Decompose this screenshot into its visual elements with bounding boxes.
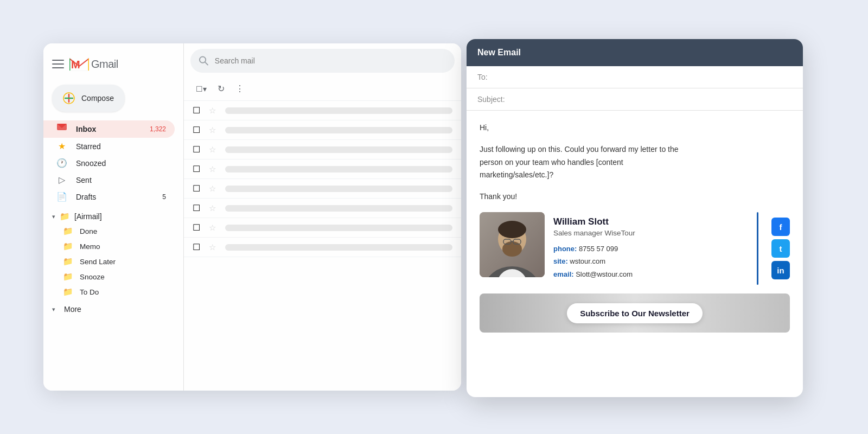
compose-title: New Email	[477, 48, 521, 58]
drafts-label: Drafts	[76, 193, 96, 201]
subfolder-done-icon: 📁	[63, 226, 73, 236]
sig-divider	[757, 212, 758, 285]
svg-point-16	[498, 221, 526, 238]
subfolder-todo[interactable]: 📁 To Do	[43, 284, 175, 299]
to-input[interactable]	[495, 73, 792, 81]
subfolder-snooze[interactable]: 📁 Snooze	[43, 269, 175, 284]
email-label: email:	[553, 270, 574, 278]
sig-name: William Slott	[553, 216, 744, 227]
linkedin-button[interactable]: in	[771, 261, 790, 279]
star-icon[interactable]: ☆	[209, 184, 219, 194]
sidebar-item-drafts[interactable]: 📄 Drafts 5	[43, 188, 175, 205]
gmail-text-label: Gmail	[91, 58, 118, 71]
folder-icon: 📁	[60, 212, 70, 221]
inbox-badge: 1,322	[150, 125, 166, 133]
subfolder-sendlater[interactable]: 📁 Send Later	[43, 254, 175, 269]
chevron-down-icon: ▾	[52, 213, 55, 220]
star-icon[interactable]: ☆	[209, 145, 219, 155]
checkbox-icon[interactable]: ☐	[193, 164, 202, 174]
email-content-bar	[225, 107, 452, 114]
newsletter-banner: Subscribe to Our Newsletter	[480, 293, 790, 333]
checkbox-icon[interactable]: ☐	[193, 242, 202, 252]
newsletter-subscribe-button[interactable]: Subscribe to Our Newsletter	[567, 303, 703, 323]
email-content-bar	[225, 127, 452, 133]
subject-input[interactable]	[509, 95, 792, 104]
table-row[interactable]: ☐ ☆	[184, 238, 461, 257]
airmail-folder-header[interactable]: ▾ 📁 [Airmail]	[43, 208, 183, 224]
star-icon[interactable]: ☆	[209, 203, 219, 213]
checkbox-icon[interactable]: ☐	[193, 183, 202, 194]
search-input[interactable]	[215, 56, 446, 65]
sidebar-item-snoozed[interactable]: 🕐 Snoozed	[43, 155, 175, 171]
star-icon[interactable]: ☆	[209, 125, 219, 135]
more-label: More	[64, 305, 81, 314]
subject-label: Subject:	[477, 95, 505, 104]
to-label: To:	[477, 73, 490, 81]
gmail-sidebar: M Gmail Compose	[43, 43, 183, 391]
facebook-icon: f	[780, 222, 782, 232]
table-row[interactable]: ☐ ☆	[184, 218, 461, 238]
checkbox-icon[interactable]: ☐	[193, 222, 202, 233]
compose-body[interactable]: Hi, Just following up on this. Could you…	[467, 111, 803, 397]
compose-subject-field[interactable]: Subject:	[467, 88, 803, 111]
site-label: site:	[553, 257, 568, 265]
compose-to-field[interactable]: To:	[467, 66, 803, 88]
table-row[interactable]: ☐ ☆	[184, 120, 461, 140]
sidebar-item-inbox[interactable]: Inbox 1,322	[43, 120, 175, 138]
sent-label: Sent	[76, 176, 92, 184]
gmail-main: ☐▾ ↻ ⋮ ☐ ☆ ☐ ☆ ☐ ☆ ☐ ☆	[183, 43, 461, 391]
compose-plus-icon	[63, 92, 75, 104]
star-icon: ★	[56, 141, 67, 151]
more-actions-button[interactable]: ⋮	[232, 80, 247, 97]
table-row[interactable]: ☐ ☆	[184, 159, 461, 179]
subfolder-memo-label: Memo	[80, 242, 100, 251]
subfolder-memo[interactable]: 📁 Memo	[43, 239, 175, 254]
select-all-button[interactable]: ☐▾	[193, 81, 210, 97]
twitter-button[interactable]: t	[771, 239, 790, 258]
checkbox-icon[interactable]: ☐	[193, 144, 202, 155]
table-row[interactable]: ☐ ☆	[184, 199, 461, 218]
subfolder-done[interactable]: 📁 Done	[43, 224, 175, 239]
compose-button[interactable]: Compose	[52, 85, 125, 112]
checkbox-icon[interactable]: ☐	[193, 105, 202, 116]
send-icon: ▷	[56, 175, 67, 185]
checkbox-icon[interactable]: ☐	[193, 203, 202, 213]
gmail-m-icon: M	[69, 56, 89, 72]
svg-line-10	[205, 62, 208, 65]
sidebar-item-more[interactable]: ▾ More	[43, 302, 175, 317]
table-row[interactable]: ☐ ☆	[184, 140, 461, 159]
action-bar: ☐▾ ↻ ⋮	[184, 77, 461, 101]
gmail-logo: M Gmail	[69, 56, 118, 72]
airmail-label: [Airmail]	[74, 212, 102, 221]
star-icon[interactable]: ☆	[209, 242, 219, 252]
inbox-label: Inbox	[76, 125, 96, 133]
refresh-button[interactable]: ↻	[214, 80, 228, 97]
email-signature: William Slott Sales manager WiseTour pho…	[480, 212, 790, 285]
phone-value: 8755 57 099	[579, 245, 618, 253]
table-row[interactable]: ☐ ☆	[184, 179, 461, 199]
checkbox-icon[interactable]: ☐	[193, 125, 202, 135]
subfolder-done-label: Done	[80, 227, 97, 235]
search-bar[interactable]	[190, 49, 455, 73]
sidebar-item-sent[interactable]: ▷ Sent	[43, 171, 175, 188]
email-content-bar	[225, 186, 452, 192]
search-icon	[199, 56, 208, 66]
body-main-text: Just following up on this. Could you for…	[480, 143, 790, 182]
subfolder-snooze-icon: 📁	[63, 272, 73, 282]
star-icon[interactable]: ☆	[209, 164, 219, 174]
starred-label: Starred	[76, 142, 101, 151]
facebook-button[interactable]: f	[771, 218, 790, 236]
site-value: wstour.com	[570, 257, 605, 265]
star-icon[interactable]: ☆	[209, 106, 219, 116]
sidebar-item-starred[interactable]: ★ Starred	[43, 138, 175, 155]
email-content-bar	[225, 225, 452, 231]
search-container	[184, 43, 461, 77]
table-row[interactable]: ☐ ☆	[184, 101, 461, 120]
subfolder-memo-icon: 📁	[63, 241, 73, 251]
body-thanks: Thank you!	[480, 190, 790, 203]
hamburger-icon[interactable]	[52, 60, 64, 68]
star-icon[interactable]: ☆	[209, 223, 219, 233]
subfolder-todo-label: To Do	[80, 288, 99, 296]
sidebar-header: M Gmail	[43, 52, 183, 82]
email-value: Slott@wstour.com	[576, 270, 633, 278]
